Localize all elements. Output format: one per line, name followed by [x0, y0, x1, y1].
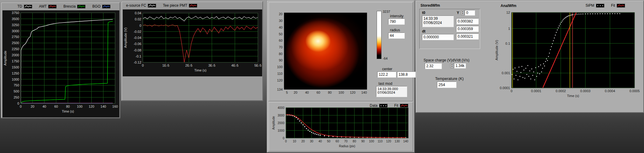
svg-text:40: 40 — [318, 140, 322, 143]
svg-text:2750: 2750 — [12, 35, 19, 39]
svg-text:12: 12 — [506, 11, 510, 14]
svg-text:-0.06: -0.06 — [134, 42, 141, 46]
svg-text:40: 40 — [305, 91, 309, 94]
svg-text:20: 20 — [301, 140, 305, 143]
svg-text:0.02: 0.02 — [135, 17, 141, 21]
svg-text:-0.1: -0.1 — [135, 54, 141, 58]
svg-text:120: 120 — [277, 78, 283, 82]
svg-text:70: 70 — [344, 140, 348, 143]
legend-label: Fit — [394, 103, 398, 108]
t0-time: 14:33:39 — [424, 16, 452, 21]
svg-text:1000: 1000 — [12, 78, 19, 81]
beam-image-panel: 5204060801001201402030405060708090100110… — [267, 1, 414, 152]
amplitude-vs-time-graph[interactable]: 0204060801001201401600250500750100012501… — [2, 10, 119, 117]
dvdt-control[interactable]: ▲▼ 1.34k — [450, 63, 466, 68]
svg-text:3750: 3750 — [12, 11, 19, 15]
dvdt-label: dV/dt (V/s) — [452, 58, 470, 62]
center-y-value: 138.8 — [397, 71, 416, 78]
data-plot-sample-icon — [379, 104, 388, 108]
svg-text:0: 0 — [20, 105, 22, 108]
dvdt-spinner-icon[interactable]: ▲▼ — [450, 63, 454, 68]
radial-profile-frame: Data Fit 0102030405060708090100110120130… — [269, 102, 413, 151]
td-plot-sample-icon — [24, 5, 32, 9]
legend-item-amt[interactable]: AMT — [39, 4, 57, 9]
svg-text:4000: 4000 — [278, 106, 285, 110]
legend-item-analfit[interactable]: Fit — [611, 3, 625, 8]
svg-text:1750: 1750 — [12, 59, 19, 63]
svg-text:100: 100 — [277, 65, 283, 69]
svg-text:0.0001: 0.0001 — [531, 89, 541, 93]
esource-plot-sample-icon — [148, 4, 156, 8]
dvdt-value[interactable]: 1.34k — [454, 63, 466, 68]
svg-text:Time (s): Time (s) — [62, 110, 74, 113]
legend-item-bgo[interactable]: BGO — [92, 4, 111, 9]
svg-text:0.0003: 0.0003 — [580, 89, 591, 93]
svg-text:750: 750 — [14, 83, 19, 87]
svg-text:140: 140 — [100, 105, 106, 108]
legend-label: AMT — [39, 4, 47, 9]
svg-text:110: 110 — [277, 72, 283, 75]
svg-text:1000: 1000 — [278, 129, 285, 132]
svg-text:50: 50 — [279, 32, 283, 36]
svg-text:40: 40 — [42, 105, 46, 108]
legend-label: BGO — [92, 4, 100, 9]
analwfm-title: AnalWfm — [501, 4, 516, 8]
svg-text:3500: 3500 — [12, 17, 19, 21]
legend-label: Fit — [611, 3, 615, 8]
intensity-image-graph[interactable]: 5204060801001201402030405060708090100110… — [273, 9, 381, 100]
legend-item-data[interactable]: Data — [370, 103, 387, 108]
svg-text:1500: 1500 — [12, 65, 19, 69]
lastmod-value: 14:33:39.000 07/06/2024 — [376, 86, 407, 97]
svg-text:60: 60 — [336, 140, 339, 143]
svg-text:3250: 3250 — [12, 23, 19, 27]
analwfm-legend: SiPM Fit — [586, 3, 625, 8]
svg-text:-0.02: -0.02 — [134, 30, 141, 33]
svg-text:4E-5: 4E-5 — [231, 64, 238, 67]
legend-item-sipm[interactable]: SiPM — [586, 3, 604, 8]
svg-text:110: 110 — [378, 140, 382, 143]
esource-waveform-graph[interactable]: 01E-52E-53E-54E-55E-50.040.020-0.02-0.04… — [123, 9, 262, 76]
t0-label: t0 — [422, 11, 425, 15]
svg-text:5E-5: 5E-5 — [254, 64, 261, 67]
svg-text:0: 0 — [17, 102, 19, 105]
y-array-value-2: 0.000321 — [456, 33, 479, 40]
legend-item-brescia[interactable]: Brescia — [63, 4, 86, 9]
svg-text:0.0001: 0.0001 — [500, 86, 510, 90]
svg-text:2500: 2500 — [12, 41, 19, 45]
svg-text:10: 10 — [293, 140, 297, 143]
svg-text:80: 80 — [279, 52, 283, 56]
svg-text:Amplitude (V): Amplitude (V) — [495, 40, 498, 61]
intensity-colorbar[interactable] — [377, 11, 382, 59]
radial-profile-legend: Data Fit — [370, 103, 408, 108]
legend-label: Data — [370, 103, 377, 108]
radial-profile-graph[interactable]: 0102030405060708090100110120130140010002… — [271, 103, 412, 150]
sipm-plot-sample-icon — [596, 4, 604, 8]
svg-text:0.04: 0.04 — [135, 11, 141, 15]
index-spinner-icon[interactable]: ▲▼ — [461, 10, 464, 15]
legend-item-fit[interactable]: Fit — [394, 103, 408, 108]
svg-text:140: 140 — [361, 91, 367, 94]
svg-text:50: 50 — [327, 140, 331, 143]
svg-text:20: 20 — [31, 105, 34, 108]
legend-label: Brescia — [63, 4, 76, 9]
svg-text:60: 60 — [279, 39, 283, 42]
svg-text:70: 70 — [279, 45, 283, 49]
y-array-index-value[interactable]: 0 — [465, 10, 475, 16]
legend-item-td[interactable]: TD — [17, 4, 32, 9]
analwfm-log-graph[interactable]: 00.00010.00020.00030.00040.00051210.10.0… — [494, 8, 643, 104]
y-array-value-0: 0.000382 — [456, 18, 479, 24]
svg-text:2E-5: 2E-5 — [185, 64, 192, 67]
svg-text:120: 120 — [350, 91, 355, 94]
colorbar-min-value: -64 — [383, 57, 388, 60]
svg-text:0: 0 — [142, 64, 144, 67]
legend-item-teepiece[interactable]: Tee piece PMT — [163, 3, 197, 8]
svg-text:160: 160 — [112, 105, 118, 108]
legend-item-esource[interactable]: e-source FC — [126, 3, 156, 8]
svg-text:Time (s): Time (s) — [194, 68, 206, 72]
y-array-index-control[interactable]: ▲▼ 0 — [461, 10, 475, 16]
svg-text:0.0005: 0.0005 — [629, 89, 640, 93]
rates-graph-panel: TD AMT Brescia BGO 020406080100120140160… — [1, 2, 120, 118]
dt-value: 0.000000 — [422, 34, 454, 40]
svg-text:3E-5: 3E-5 — [208, 64, 215, 67]
storedwfm-title: StoredWfm — [421, 3, 440, 8]
